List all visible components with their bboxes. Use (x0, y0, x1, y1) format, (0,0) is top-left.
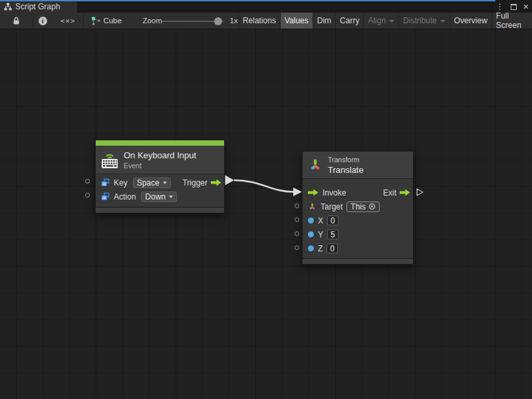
translate-node-title: Translate (328, 165, 364, 175)
toolbar-button-relations[interactable]: Relations (238, 13, 280, 29)
invoke-port-row: Invoke Exit (303, 186, 413, 200)
action-port-label: Action (114, 192, 136, 201)
focus-accent-line (0, 0, 495, 1)
graph-canvas[interactable]: On Keyboard Input Event Key Space (0, 29, 532, 399)
key-port-label: Key (114, 178, 128, 188)
flow-arrow-icon[interactable] (308, 189, 319, 196)
event-node[interactable]: On Keyboard Input Event Key Space (95, 140, 225, 213)
window-menu-icon[interactable]: ⋮ (496, 3, 504, 11)
y-port-label: Y (318, 230, 323, 239)
value-port-dot (308, 217, 314, 223)
key-input-port[interactable] (85, 179, 90, 184)
flow-arrow-icon[interactable] (400, 189, 410, 196)
toolbar-button-carry[interactable]: Carry (335, 13, 363, 29)
chevron-down-icon (163, 182, 167, 184)
node-footer (303, 258, 413, 264)
graph-toolbar: i <×> Cube Zoom 1x Relations Values Dim … (0, 13, 532, 29)
enum-icon (101, 192, 110, 201)
object-picker-icon[interactable] (368, 203, 376, 210)
value-port-dot (308, 231, 314, 237)
info-button[interactable]: i (33, 13, 53, 29)
edit-source-button[interactable]: <×> (53, 13, 84, 29)
graph-name-label[interactable]: Cube (103, 17, 122, 25)
z-port-row: Z 0 (303, 241, 413, 255)
chevron-down-icon (440, 20, 446, 23)
target-this-chip[interactable]: This (346, 201, 380, 212)
y-value-input[interactable]: 5 (327, 229, 338, 239)
x-input-port[interactable] (295, 217, 299, 222)
wire-arrowhead[interactable] (293, 188, 302, 196)
tab-bar: Script Graph ⋮ × (0, 0, 532, 13)
action-input-port[interactable] (85, 193, 90, 198)
event-accent-bar (96, 140, 224, 146)
info-icon: i (39, 17, 47, 25)
toolbar-button-dim[interactable]: Dim (313, 13, 335, 29)
lock-icon (13, 17, 20, 25)
event-node-header[interactable]: On Keyboard Input Event (96, 146, 224, 174)
wire-path[interactable] (234, 180, 293, 192)
x-port-row: X 0 (303, 213, 413, 227)
exit-port-triangle-icon[interactable] (416, 188, 424, 197)
target-port-row: Target This (303, 200, 413, 213)
close-icon[interactable]: × (523, 2, 529, 11)
tab-title: Script Graph (15, 2, 60, 11)
zoom-value: 1x (229, 17, 237, 25)
translate-node-header[interactable]: Transform Translate (303, 152, 413, 178)
toolbar-button-distribute[interactable]: Distribute (398, 13, 450, 29)
node-footer (96, 207, 224, 213)
keyboard-icon (101, 150, 118, 169)
toolbar-button-fullscreen[interactable]: Full Screen (491, 13, 532, 29)
z-value-input[interactable]: 0 (327, 243, 338, 253)
lock-button[interactable] (0, 13, 33, 29)
zoom-slider-knob[interactable] (214, 17, 222, 25)
action-port-row: Action Down (96, 190, 224, 203)
event-node-subtitle: Event (124, 162, 196, 170)
z-port-label: Z (318, 244, 323, 253)
x-port-label: X (318, 216, 323, 225)
connection-wire[interactable] (0, 29, 532, 399)
trigger-port-label: Trigger (182, 178, 207, 188)
maximize-icon[interactable] (511, 4, 517, 10)
exit-port-label: Exit (383, 188, 396, 198)
enum-icon (101, 178, 110, 187)
x-value-input[interactable]: 0 (327, 215, 338, 225)
target-port-label: Target (321, 202, 342, 211)
key-dropdown[interactable]: Space (133, 178, 171, 188)
z-input-port[interactable] (295, 245, 299, 250)
toolbar-button-align[interactable]: Align (363, 13, 398, 29)
target-input-port[interactable] (295, 203, 299, 208)
y-port-row: Y 5 (303, 227, 413, 241)
action-dropdown[interactable]: Down (141, 192, 177, 202)
transform-icon-small (308, 202, 317, 211)
chevron-down-icon (389, 20, 394, 23)
invoke-port-label: Invoke (323, 188, 346, 198)
translate-node[interactable]: Transform Translate Invoke Exit (302, 151, 414, 265)
script-graph-asset-icon (91, 16, 101, 26)
key-port-row: Key Space Trigger (96, 176, 224, 190)
y-input-port[interactable] (295, 231, 299, 236)
value-port-dot (308, 245, 314, 251)
zoom-label: Zoom (142, 17, 162, 25)
tab-script-graph[interactable]: Script Graph (0, 0, 77, 13)
toolbar-button-overview[interactable]: Overview (450, 13, 491, 29)
transform-icon (308, 158, 323, 172)
code-icon: <×> (61, 17, 76, 25)
chevron-down-icon (169, 196, 173, 198)
graph-hierarchy-icon (4, 3, 12, 11)
wire-source-triangle[interactable] (225, 176, 235, 186)
event-node-title: On Keyboard Input (124, 150, 196, 160)
flow-arrow-icon[interactable] (211, 179, 221, 186)
toolbar-button-values[interactable]: Values (280, 13, 313, 29)
translate-node-category: Transform (328, 156, 364, 164)
